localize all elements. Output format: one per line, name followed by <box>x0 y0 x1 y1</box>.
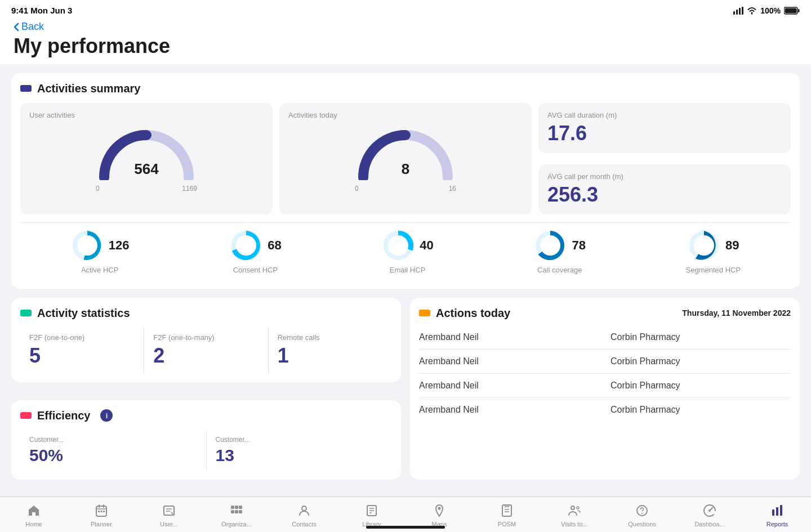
tab-library[interactable]: Library <box>349 503 394 527</box>
activity-statistics-card: Activity statistics F2F (one-to-one) 5 F… <box>11 298 401 382</box>
svg-rect-27 <box>231 506 234 509</box>
tab-home-label: Home <box>25 521 42 527</box>
action-name-3: Aremband Neil <box>419 381 599 391</box>
info-icon[interactable]: i <box>100 409 113 422</box>
svg-point-33 <box>302 506 306 511</box>
action-row: Aremband Neil Corbin Pharmacy <box>419 374 791 398</box>
tab-reports[interactable]: Reports <box>755 503 800 527</box>
svg-point-10 <box>236 235 256 256</box>
visits-icon <box>567 503 582 518</box>
eff-item-1: Customer... 50% <box>20 430 207 471</box>
actions-today-card: Actions today Thursday, 11 November 2022… <box>410 298 800 480</box>
svg-point-12 <box>388 235 408 256</box>
svg-rect-48 <box>776 507 778 516</box>
pie-charts-row: 126 Active HCP 68 Consent HCP <box>20 222 791 280</box>
tab-user-label: User... <box>160 521 178 527</box>
user-activities-label: User activities <box>29 111 75 119</box>
action-row: Aremband Neil Corbin Pharmacy <box>419 325 791 350</box>
action-place-4: Corbin Pharmacy <box>611 405 791 415</box>
action-name-1: Aremband Neil <box>419 332 599 342</box>
efficiency-row: Customer... 50% Customer... 13 <box>20 430 392 471</box>
call-coverage-label: Call coverage <box>537 266 582 274</box>
svg-rect-6 <box>785 8 797 13</box>
svg-rect-29 <box>239 506 242 509</box>
reports-icon <box>769 503 785 518</box>
pie-consent-hcp-svg <box>229 229 263 262</box>
pie-call-coverage-chart: 78 <box>533 229 585 262</box>
avg-boxes: AVG call duration (m) 17.6 AVG call per … <box>538 103 791 214</box>
tab-user[interactable]: User... <box>146 503 191 527</box>
efficiency-card: Efficiency i Customer... 50% Customer...… <box>11 400 401 480</box>
tab-visits[interactable]: Visits to... <box>552 503 597 527</box>
svg-rect-3 <box>742 7 743 15</box>
activities-grid: User activities 564 0 1169 Act <box>20 103 791 214</box>
pie-consent-hcp: 68 Consent HCP <box>229 229 281 274</box>
main-content: Activities summary User activities 564 0 <box>0 64 811 532</box>
svg-rect-2 <box>739 8 741 15</box>
tab-organiza[interactable]: Organiza... <box>214 503 259 527</box>
tab-visits-label: Visits to... <box>561 521 587 527</box>
svg-point-43 <box>577 507 579 509</box>
svg-rect-23 <box>103 511 105 512</box>
active-hcp-label: Active HCP <box>81 266 118 274</box>
pie-segmented-hcp-svg <box>687 229 721 262</box>
avg-call-duration-value: 17.6 <box>547 122 782 145</box>
tab-questions[interactable]: Questions <box>620 503 665 527</box>
f2f-many-label: F2F (one-to-many) <box>153 333 259 342</box>
tab-dashboard[interactable]: Dashboa... <box>687 503 732 527</box>
action-name-4: Aremband Neil <box>419 405 599 415</box>
tab-questions-label: Questions <box>628 521 656 527</box>
tab-planner[interactable]: Planner <box>79 503 124 527</box>
tab-home[interactable]: Home <box>11 503 56 527</box>
consent-hcp-count: 68 <box>268 238 281 253</box>
f2f-one-value: 5 <box>29 344 135 368</box>
pie-call-coverage-svg <box>533 229 567 262</box>
svg-rect-1 <box>736 10 738 15</box>
svg-point-46 <box>708 509 711 512</box>
signal-icon <box>733 7 743 15</box>
pie-segmented-hcp-chart: 89 <box>687 229 739 262</box>
activity-statistics-title: Activity statistics <box>20 307 392 320</box>
activities-title-bar <box>20 85 32 92</box>
user-activities-value: 564 <box>134 160 158 178</box>
eff-value-2: 13 <box>216 446 384 465</box>
wifi-icon <box>747 7 757 15</box>
tab-contacts[interactable]: Contacts <box>282 503 327 527</box>
home-icon <box>26 503 42 518</box>
eff-value-1: 50% <box>29 446 197 465</box>
eff-item-2: Customer... 13 <box>207 430 393 471</box>
user-activities-box: User activities 564 0 1169 <box>20 103 273 214</box>
tab-dashboard-label: Dashboa... <box>694 521 724 527</box>
svg-point-8 <box>77 235 97 256</box>
header: Back My performance <box>0 19 811 64</box>
battery-label: 100% <box>760 6 781 15</box>
f2f-one-label: F2F (one-to-one) <box>29 333 135 342</box>
posm-icon <box>499 503 515 518</box>
status-right: 100% <box>733 6 800 15</box>
user-icon <box>161 503 177 518</box>
org-icon <box>229 503 244 518</box>
avg-call-duration-box: AVG call duration (m) 17.6 <box>538 103 791 153</box>
action-place-2: Corbin Pharmacy <box>611 356 791 366</box>
action-name-2: Aremband Neil <box>419 356 599 366</box>
avg-call-per-month-label: AVG call per month (m) <box>547 172 782 181</box>
action-row: Aremband Neil Corbin Pharmacy <box>419 350 791 374</box>
stat-remote-calls: Remote calls 1 <box>269 328 392 373</box>
pie-email-hcp: 40 Email HCP <box>381 229 433 274</box>
tab-maps[interactable]: Maps <box>417 503 462 527</box>
pie-call-coverage: 78 Call coverage <box>533 229 585 274</box>
planner-icon <box>93 503 109 518</box>
efficiency-title: Efficiency i <box>20 409 392 422</box>
pie-email-hcp-chart: 40 <box>381 229 433 262</box>
activities-today-gauge: 8 <box>355 124 456 180</box>
questions-icon <box>634 503 650 518</box>
call-coverage-count: 78 <box>572 238 585 253</box>
pie-active-hcp-svg <box>70 229 104 262</box>
avg-call-duration-label: AVG call duration (m) <box>547 111 782 119</box>
back-button[interactable]: Back <box>14 21 797 33</box>
tab-posm[interactable]: POSM <box>484 503 529 527</box>
actions-today-header: Actions today Thursday, 11 November 2022 <box>419 307 791 320</box>
stat-f2f-one-to-one: F2F (one-to-one) 5 <box>20 328 144 373</box>
remote-calls-label: Remote calls <box>278 333 383 342</box>
svg-rect-0 <box>733 11 735 15</box>
